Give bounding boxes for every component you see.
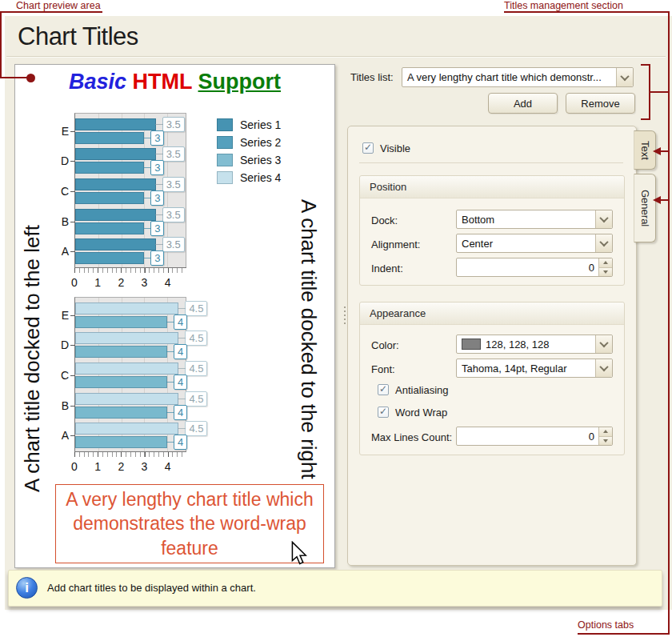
major-tick [74,268,75,273]
hint-bar: i Add chart titles to be displayed withi… [8,570,662,607]
indent-label: Indent: [371,262,403,274]
indent-spinner[interactable]: 0 [456,258,613,277]
category-label: D [53,339,69,351]
word-wrap-checkbox[interactable] [378,407,389,418]
color-combobox[interactable]: 128, 128, 128 [456,335,613,354]
value-label: 4 [174,375,187,390]
value-label: 4.5 [185,361,207,376]
spin-up-icon[interactable] [599,258,612,268]
category-row: 3.53C [75,176,186,206]
major-tick [145,268,146,273]
category-label: D [53,154,69,167]
bar-chart-bottom: 4.54E4.54D4.54C4.54B4.54A 01234 [74,297,186,473]
value-label: 4.5 [185,301,207,316]
chevron-down-icon[interactable] [616,68,633,86]
titles-list-label: Titles list: [350,71,394,83]
chevron-down-icon[interactable] [595,234,612,252]
value-label: 3.5 [162,117,185,132]
hint-text: Add chart titles to be displayed within … [47,582,256,594]
callout-branch [650,91,670,93]
chevron-down-icon[interactable] [595,335,612,353]
annotation-chart-preview-area: Chart preview area [16,0,101,11]
bar: 3.5 [75,238,156,250]
word-wrap-label: Word Wrap [395,407,447,419]
bar: 4 [75,316,167,328]
value-label: 4 [174,344,187,359]
x-tick-label: 0 [71,460,78,473]
dock-combobox[interactable]: Bottom [456,210,613,229]
legend-swatch-icon [217,154,233,166]
tab-general[interactable]: General [634,174,656,242]
bar: 3.5 [75,118,156,130]
dock-label: Dock: [371,214,398,226]
category-row: 4.54C [75,360,186,391]
titles-list-combobox[interactable]: A very lengthy chart title which demonst… [402,67,634,87]
callout-underline-right [504,11,670,13]
value-label: 4.5 [185,391,207,407]
bar: 3 [75,222,144,234]
font-combobox[interactable]: Tahoma, 14pt, Regular [456,359,613,378]
font-value: Tahoma, 14pt, Regular [457,363,595,375]
font-label: Font: [371,363,395,375]
add-button[interactable]: Add [488,93,558,114]
value-label: 3.5 [162,207,185,222]
chevron-down-icon[interactable] [595,210,612,228]
legend-item: Series 2 [217,135,281,149]
value-label: 3 [150,130,164,146]
position-group: Position Dock: Bottom Alignment: Center … [359,175,625,286]
value-label: 4 [174,405,187,420]
bar: 3 [75,252,144,264]
max-lines-spinner[interactable]: 0 [456,427,613,446]
category-label: B [53,399,69,412]
header-divider [6,56,666,58]
bar: 3.5 [75,178,156,190]
callout-bullet [26,74,35,82]
spin-down-icon[interactable] [599,268,612,277]
chart-title-left: A chart title docked to the left [15,154,49,563]
spin-down-icon[interactable] [599,437,612,446]
value-label: 4.5 [185,421,207,436]
bar: 3 [75,192,144,204]
spin-up-icon[interactable] [599,427,612,437]
max-lines-label: Max Lines Count: [371,431,452,443]
bar: 4.5 [75,423,178,435]
category-label: C [53,185,69,198]
x-tick-label: 2 [118,460,124,473]
x-axis-labels: 01234 [74,276,186,289]
x-tick-label: 1 [94,460,101,473]
major-tick [121,452,122,457]
callout-arrow-text-line [661,150,670,152]
bar: 4.5 [75,393,178,405]
bar: 3.5 [75,148,156,160]
max-lines-value: 0 [457,431,598,443]
remove-button[interactable]: Remove [566,93,635,114]
callout-arrow-text-tab [653,147,661,155]
value-label: 3.5 [162,146,185,162]
value-label: 3.5 [162,237,185,252]
major-tick [74,452,75,457]
chevron-down-icon[interactable] [595,359,612,377]
major-tick [168,452,169,457]
title-word-support: Support [198,70,281,94]
bar: 4 [75,376,167,388]
visible-checkbox[interactable] [362,142,374,154]
title-word-basic: Basic [69,70,126,94]
antialiasing-checkbox[interactable] [378,384,389,395]
legend-item: Series 1 [217,118,281,131]
category-label: E [53,125,69,138]
legend-swatch-icon [217,118,233,131]
color-label: Color: [371,339,399,351]
category-row: 4.54B [75,391,186,421]
position-group-header: Position [360,176,624,198]
annotation-titles-management: Titles management section [504,0,623,11]
major-tick [145,452,146,457]
alignment-combobox[interactable]: Center [456,234,613,253]
alignment-value: Center [457,238,595,250]
legend-label: Series 4 [240,171,281,184]
callout-line-left-vertical [0,11,2,78]
value-label: 3 [150,250,164,266]
value-label: 3 [150,190,164,206]
chart-legend: Series 1Series 2Series 3Series 4 [217,118,281,184]
plot-area: 3.53E3.53D3.53C3.53B3.53A [74,113,186,267]
x-tick-label: 0 [71,276,78,289]
